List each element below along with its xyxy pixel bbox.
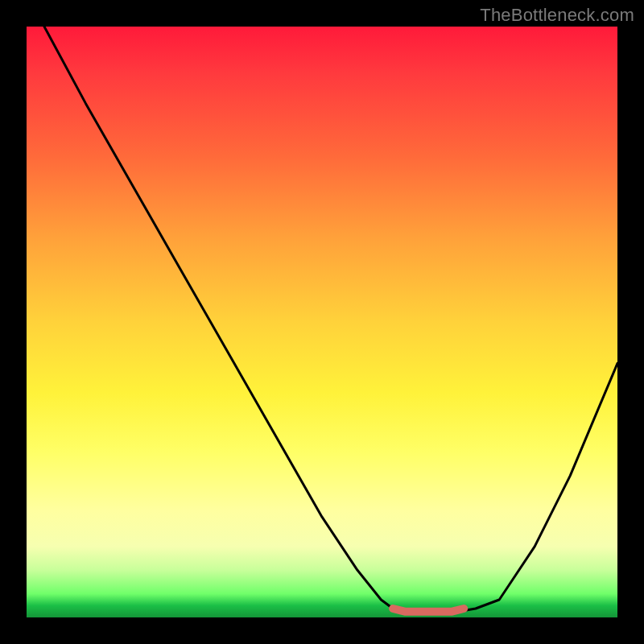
trough-marker xyxy=(393,609,464,612)
plot-area xyxy=(27,27,617,617)
chart-frame: TheBottleneck.com xyxy=(0,0,644,644)
curve-layer xyxy=(27,27,617,617)
bottleneck-curve xyxy=(44,27,617,612)
watermark-text: TheBottleneck.com xyxy=(480,5,634,26)
